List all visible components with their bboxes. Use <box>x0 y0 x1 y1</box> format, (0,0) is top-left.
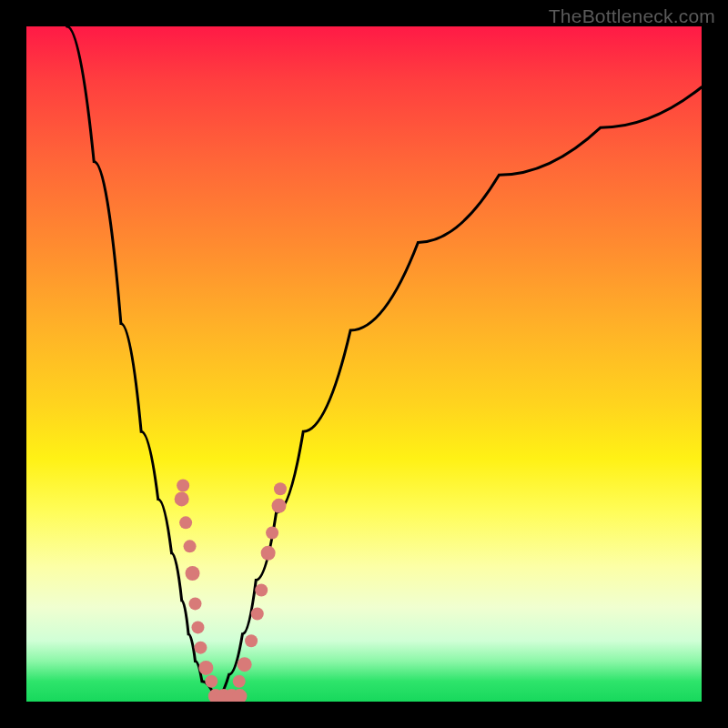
marker-dot <box>179 516 192 529</box>
marker-dot <box>205 675 217 688</box>
marker-dot <box>233 675 246 688</box>
curve-right-path <box>216 87 702 699</box>
marker-dot <box>177 480 189 492</box>
marker-dot <box>274 482 287 495</box>
marker-dot <box>175 491 189 506</box>
marker-dot <box>186 566 200 581</box>
watermark-text: TheBottleneck.com <box>549 5 715 27</box>
marker-dot <box>255 584 268 597</box>
chart-plot-area <box>26 26 702 702</box>
curve-left-path <box>67 26 216 698</box>
marker-dot <box>191 621 204 633</box>
marker-dot <box>194 642 207 654</box>
marker-dot <box>272 499 287 513</box>
marker-dot <box>238 657 252 672</box>
marker-dot <box>184 540 197 552</box>
marker-dot <box>189 597 202 610</box>
marker-dots <box>175 480 287 702</box>
bottleneck-curve <box>26 26 702 702</box>
marker-dot <box>261 546 276 561</box>
marker-dot <box>251 608 264 621</box>
marker-dot <box>245 634 258 647</box>
marker-dot <box>266 527 278 540</box>
marker-dot <box>198 661 213 675</box>
